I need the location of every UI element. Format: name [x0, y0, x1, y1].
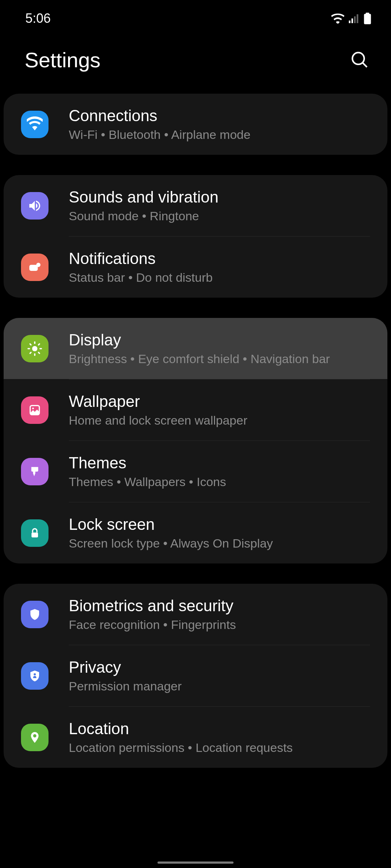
settings-list: Connections Wi-Fi • Bluetooth • Airplane…: [0, 94, 391, 768]
svg-line-7: [363, 63, 367, 67]
settings-group: Connections Wi-Fi • Bluetooth • Airplane…: [4, 94, 387, 155]
search-icon[interactable]: [350, 51, 369, 69]
settings-item-sounds[interactable]: Sounds and vibration Sound mode • Ringto…: [4, 175, 387, 236]
status-time: 5:06: [25, 11, 51, 26]
notifications-icon: [21, 254, 49, 281]
speaker-icon: [21, 192, 49, 220]
svg-rect-2: [354, 16, 356, 23]
status-bar: 5:06: [0, 0, 391, 33]
svg-point-10: [32, 346, 38, 351]
image-icon: [21, 396, 49, 424]
settings-item-privacy[interactable]: Privacy Permission manager: [4, 645, 387, 706]
location-pin-icon: [21, 724, 49, 751]
page-title: Settings: [25, 48, 101, 72]
item-title: Biometrics and security: [69, 597, 370, 615]
settings-item-biometrics[interactable]: Biometrics and security Face recognition…: [4, 584, 387, 645]
brightness-icon: [21, 335, 49, 362]
settings-item-notifications[interactable]: Notifications Status bar • Do not distur…: [4, 237, 387, 298]
lock-icon: [21, 519, 49, 547]
wifi-icon: [21, 111, 49, 138]
svg-point-9: [36, 263, 41, 267]
item-subtitle: Permission manager: [69, 679, 370, 693]
settings-group: Display Brightness • Eye comfort shield …: [4, 318, 387, 563]
item-title: Display: [69, 331, 370, 349]
settings-group: Biometrics and security Face recognition…: [4, 584, 387, 768]
settings-item-themes[interactable]: Themes Themes • Wallpapers • Icons: [4, 441, 387, 502]
svg-rect-0: [349, 21, 350, 23]
item-title: Sounds and vibration: [69, 188, 370, 206]
shield-icon: [21, 601, 49, 628]
settings-item-location[interactable]: Location Location permissions • Location…: [4, 707, 387, 768]
status-icons: [331, 13, 371, 24]
svg-line-16: [38, 352, 39, 353]
settings-item-lockscreen[interactable]: Lock screen Screen lock type • Always On…: [4, 502, 387, 563]
item-title: Location: [69, 720, 370, 738]
item-title: Lock screen: [69, 515, 370, 533]
item-subtitle: Status bar • Do not disturb: [69, 271, 370, 285]
item-subtitle: Themes • Wallpapers • Icons: [69, 475, 370, 489]
item-title: Themes: [69, 454, 370, 472]
wifi-icon: [331, 13, 344, 24]
item-subtitle: Wi-Fi • Bluetooth • Airplane mode: [69, 128, 370, 142]
signal-icon: [349, 14, 360, 23]
svg-line-15: [30, 344, 31, 345]
svg-rect-4: [364, 14, 371, 24]
svg-rect-5: [366, 13, 369, 14]
item-subtitle: Face recognition • Fingerprints: [69, 618, 370, 632]
item-title: Notifications: [69, 250, 370, 268]
settings-group: Sounds and vibration Sound mode • Ringto…: [4, 175, 387, 298]
svg-rect-21: [31, 532, 38, 537]
svg-rect-1: [352, 18, 353, 23]
item-title: Connections: [69, 107, 370, 125]
svg-line-17: [30, 352, 31, 353]
paintbrush-icon: [21, 458, 49, 485]
item-subtitle: Brightness • Eye comfort shield • Naviga…: [69, 352, 370, 366]
svg-line-18: [38, 344, 39, 345]
svg-point-22: [34, 673, 36, 675]
navigation-handle[interactable]: [157, 861, 234, 864]
settings-item-connections[interactable]: Connections Wi-Fi • Bluetooth • Airplane…: [4, 94, 387, 155]
item-subtitle: Screen lock type • Always On Display: [69, 536, 370, 550]
svg-point-6: [352, 52, 364, 64]
item-title: Privacy: [69, 658, 370, 676]
svg-point-20: [32, 407, 34, 409]
svg-rect-3: [357, 14, 358, 23]
settings-item-wallpaper[interactable]: Wallpaper Home and lock screen wallpaper: [4, 379, 387, 441]
item-subtitle: Home and lock screen wallpaper: [69, 413, 370, 427]
header: Settings: [0, 33, 391, 94]
item-subtitle: Location permissions • Location requests: [69, 741, 370, 755]
settings-item-display[interactable]: Display Brightness • Eye comfort shield …: [4, 318, 387, 379]
item-subtitle: Sound mode • Ringtone: [69, 209, 370, 223]
item-title: Wallpaper: [69, 392, 370, 410]
battery-icon: [364, 13, 371, 24]
privacy-shield-icon: [21, 662, 49, 690]
